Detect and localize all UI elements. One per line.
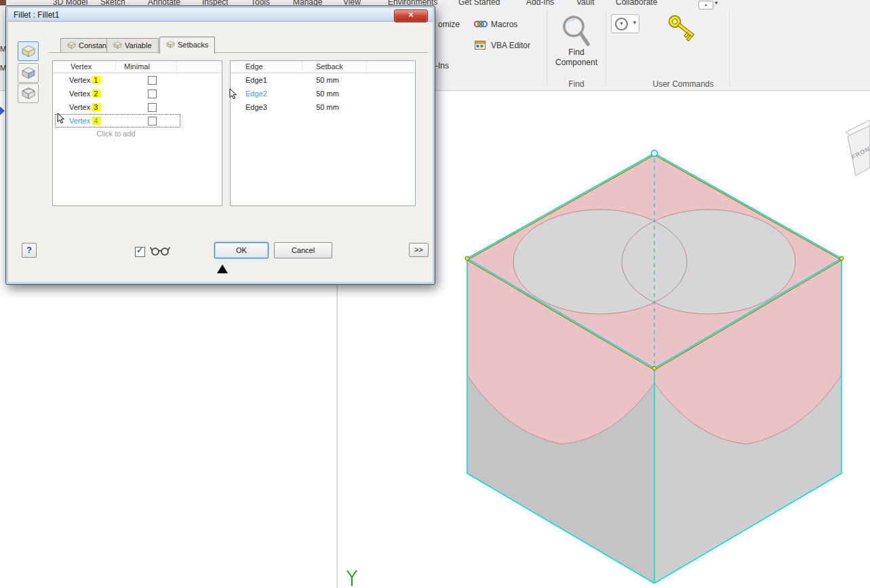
setback-value[interactable]: 50 mm (304, 87, 351, 100)
vertex-number-highlight: 2 (92, 90, 101, 98)
vertex-label: Vertex (69, 103, 90, 111)
variable-tab-icon (113, 41, 122, 49)
vertex-label: Vertex (69, 90, 90, 98)
setback-value[interactable]: 50 mm (304, 73, 351, 87)
ribbon-tab-vault[interactable]: Vault (576, 0, 594, 7)
chevron-down-icon: ▾ (633, 19, 636, 26)
column-separator (302, 61, 302, 73)
add-ins-button-fragment[interactable]: -Ins (435, 61, 449, 71)
ribbon-separator (606, 9, 606, 85)
vertex-label: Vertex (69, 76, 90, 84)
edge-fillet-button[interactable] (18, 41, 39, 61)
edge-fillet-icon (21, 45, 36, 58)
find-component-label-line2: Component (549, 58, 604, 68)
top-vertex-marker[interactable] (652, 151, 658, 157)
user-commands-group-label: User Commands (637, 79, 729, 89)
tab-strip-line (48, 52, 428, 53)
minimal-checkbox[interactable] (148, 103, 157, 112)
column-separator (176, 61, 177, 73)
full-round-fillet-icon (21, 87, 36, 100)
tab-setbacks-label: Setbacks (178, 41, 208, 49)
cancel-button[interactable]: Cancel (274, 242, 332, 258)
fillet-dialog: Fillet : Fillet1 × (5, 5, 435, 285)
edge-label: Edge3 (245, 100, 267, 114)
vertex-row-3[interactable]: Vertex3 (53, 100, 222, 114)
more-options-button[interactable]: >> (409, 243, 429, 257)
view-cube[interactable]: FRONT (846, 120, 870, 176)
tab-constant-label: Constant (79, 41, 108, 50)
find-component-label-line1: Find (549, 47, 604, 58)
vertex-list-header: Vertex Minimal (53, 61, 222, 73)
ribbon-tab-add-ins[interactable]: Add-Ins (526, 0, 554, 7)
tab-variable-label: Variable (125, 41, 152, 50)
minimal-column-header: Minimal (124, 62, 150, 71)
top-face-patch[interactable] (513, 210, 795, 314)
edge-row-1[interactable]: Edge1 50 mm (231, 73, 415, 87)
ribbon-tab-get-started[interactable]: Get Started (458, 0, 500, 7)
expand-arrow-icon[interactable] (217, 264, 228, 273)
vertex-column-header: Vertex (71, 62, 92, 71)
ribbon-tab-collaborate[interactable]: Collaborate (616, 0, 657, 7)
face-fillet-icon (21, 66, 36, 79)
edge-list[interactable]: Edge Setback Edge1 50 mm Edge2 50 mm Edg… (230, 60, 416, 206)
browser-pane-edge (337, 285, 338, 588)
edge-row-2-selected[interactable]: Edge2 50 mm (231, 87, 415, 100)
vertex-label: Vertex (69, 117, 90, 125)
close-button[interactable]: × (394, 9, 428, 22)
column-separator (115, 61, 116, 73)
edge-column-header: Edge (245, 62, 263, 71)
origin-axis-indicator (347, 570, 357, 586)
vertex-list[interactable]: Vertex Minimal Vertex1 Vertex2 Vertex3 V… (52, 60, 222, 206)
vertex-row-4-selected[interactable]: Vertex4 (53, 114, 222, 128)
minimal-checkbox[interactable] (148, 117, 157, 125)
close-icon: × (408, 10, 413, 20)
full-round-fillet-button[interactable] (18, 83, 39, 103)
app-menu-corner-fragment (0, 0, 6, 5)
vertex-number-highlight: 4 (92, 117, 101, 125)
vertex-number-highlight: 3 (92, 103, 101, 111)
user-commands-dropdown[interactable]: ▾ ▾ (611, 14, 639, 33)
key-icon[interactable] (666, 12, 701, 43)
ribbon-display-toggle-button[interactable]: ▴ (698, 1, 713, 9)
ribbon-separator (547, 9, 547, 85)
dialog-title: Fillet : Fillet1 (14, 10, 59, 20)
preview-checkbox[interactable] (135, 247, 145, 257)
setback-column-header: Setback (316, 62, 343, 71)
ok-button[interactable]: OK (214, 242, 269, 258)
edge-label: Edge2 (245, 87, 267, 100)
circle-chevron-icon: ▾ (615, 18, 628, 31)
find-component-icon[interactable] (559, 14, 593, 49)
chevron-down-icon[interactable]: ▾ (715, 0, 718, 6)
setback-value[interactable]: 50 mm (304, 100, 351, 114)
find-component-button[interactable]: Find Component (549, 47, 604, 68)
cursor-pointer (57, 113, 65, 124)
help-button[interactable]: ? (22, 243, 37, 258)
minimal-checkbox[interactable] (148, 90, 157, 98)
dialog-titlebar[interactable]: Fillet : Fillet1 (8, 8, 433, 22)
tab-setbacks[interactable]: Setbacks (159, 37, 215, 54)
edge-list-header: Edge Setback (231, 61, 415, 73)
preview-glasses-icon (149, 245, 174, 256)
ribbon-separator (729, 9, 730, 85)
cursor-pointer-secondary (229, 88, 237, 100)
click-to-add-hint[interactable]: Click to add (53, 128, 179, 141)
macros-button[interactable]: Macros (491, 20, 517, 29)
edge-row-3[interactable]: Edge3 50 mm (231, 100, 415, 114)
edge-label: Edge1 (245, 73, 267, 87)
vba-editor-icon (475, 41, 486, 50)
tab-variable[interactable]: Variable (106, 38, 159, 53)
vertex-row-1[interactable]: Vertex1 (53, 73, 222, 87)
setbacks-tab-icon (166, 41, 175, 48)
vertex-row-2[interactable]: Vertex2 (53, 87, 222, 100)
macros-icon (474, 20, 488, 28)
column-separator (366, 61, 367, 73)
vba-editor-button[interactable]: VBA Editor (491, 41, 530, 50)
minimal-checkbox[interactable] (148, 76, 157, 85)
face-fillet-button[interactable] (18, 63, 39, 83)
find-group-label: Find (549, 79, 604, 89)
constant-tab-icon (67, 41, 76, 49)
customize-button-fragment[interactable]: omize (438, 20, 460, 29)
vertex-number-highlight: 1 (92, 76, 101, 84)
